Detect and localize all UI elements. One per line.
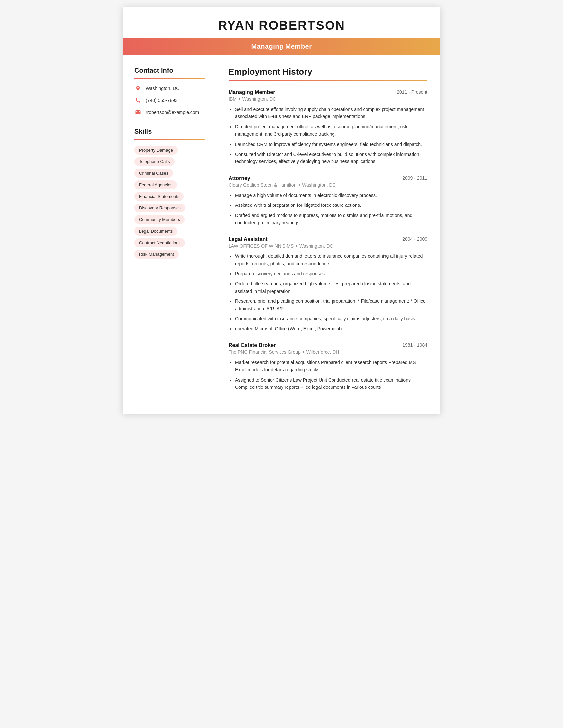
contact-location: Washington, DC	[134, 85, 205, 92]
job-bullet-1-0: Manage a high volume of documents in ele…	[235, 192, 427, 199]
job-header-3: Real Estate Broker1981 - 1984	[228, 342, 427, 348]
contact-phone-text: (740) 555-7893	[146, 98, 177, 103]
skills-divider	[134, 139, 205, 140]
job-entry-2: Legal Assistant2004 - 2009LAW OFFICES OF…	[228, 236, 427, 333]
contact-section-title: Contact Info	[134, 67, 205, 74]
skill-tag-2: Criminal Cases	[134, 169, 173, 178]
employment-section-title: Employment History	[228, 67, 427, 77]
skill-tag-3: Federal Agencies	[134, 180, 177, 189]
contact-phone: (740) 555-7893	[134, 97, 205, 104]
jobs-container: Managing Member2011 - PresentIBM•Washing…	[228, 89, 427, 391]
job-bullet-3-0: Market research for potential acquisitio…	[235, 359, 427, 374]
job-dates-3: 1981 - 1984	[402, 342, 427, 348]
contact-email: rrobertson@example.com	[134, 109, 205, 116]
job-bullet-2-2: Ordered title searches, organized high v…	[235, 280, 427, 295]
job-bullet-1-2: Drafted and argued motions to suppress, …	[235, 212, 427, 227]
job-bullets-0: Sell and execute efforts involving suppl…	[228, 106, 427, 165]
job-entry-0: Managing Member2011 - PresentIBM•Washing…	[228, 89, 427, 165]
phone-icon	[134, 97, 142, 104]
email-icon	[134, 109, 142, 116]
job-bullets-3: Market research for potential acquisitio…	[228, 359, 427, 391]
job-header-1: Attorney2009 - 2011	[228, 175, 427, 181]
header-name: RYAN ROBERTSON	[122, 7, 441, 38]
header-title: Managing Member	[251, 43, 312, 50]
skill-tag-4: Financial Statements	[134, 192, 184, 201]
job-bullet-2-5: operated Microsoft Office (Word, Excel, …	[235, 325, 427, 332]
job-company-1: Cleary Gottlieb Steen & Hamilton•Washing…	[228, 182, 427, 188]
skill-tag-1: Telephone Calls	[134, 157, 174, 166]
job-company-0: IBM•Washington, DC	[228, 96, 427, 102]
job-dates-1: 2009 - 2011	[402, 175, 427, 181]
location-icon	[134, 85, 142, 92]
main-content: Employment History Managing Member2011 -…	[215, 67, 441, 401]
contact-divider	[134, 78, 205, 79]
contact-location-text: Washington, DC	[146, 86, 179, 91]
job-bullets-1: Manage a high volume of documents in ele…	[228, 192, 427, 227]
job-bullets-2: Write thorough, detailed demand letters …	[228, 252, 427, 333]
job-bullet-0-0: Sell and execute efforts involving suppl…	[235, 106, 427, 120]
job-title-2: Legal Assistant	[228, 236, 267, 242]
skill-tags: Property DamageTelephone CallsCriminal C…	[134, 146, 205, 259]
skill-tag-5: Discovery Responses	[134, 204, 185, 212]
job-header-2: Legal Assistant2004 - 2009	[228, 236, 427, 242]
job-entry-1: Attorney2009 - 2011Cleary Gottlieb Steen…	[228, 175, 427, 227]
job-bullet-2-0: Write thorough, detailed demand letters …	[235, 252, 427, 267]
sidebar: Contact Info Washington, DC	[122, 67, 215, 401]
skill-tag-7: Legal Documents	[134, 227, 177, 236]
job-bullet-0-3: Consulted with Director and C-level exec…	[235, 151, 427, 165]
job-bullet-0-2: Launched CRM to improve efficiency for s…	[235, 141, 427, 148]
job-bullet-3-1: Assigned to Senior Citizens Law Project …	[235, 376, 427, 391]
resume-container: RYAN ROBERTSON Managing Member Contact I…	[122, 7, 441, 414]
skill-tag-0: Property Damage	[134, 146, 177, 155]
contact-email-text: rrobertson@example.com	[146, 110, 199, 115]
job-bullet-2-4: Communicated with insurance companies, s…	[235, 315, 427, 322]
job-entry-3: Real Estate Broker1981 - 1984The PNC Fin…	[228, 342, 427, 391]
skills-section: Skills Property DamageTelephone CallsCri…	[134, 128, 205, 259]
contact-section: Contact Info Washington, DC	[134, 67, 205, 116]
employment-divider	[228, 80, 427, 81]
job-bullet-0-1: Directed project management office, as w…	[235, 123, 427, 138]
job-company-2: LAW OFFICES OF WINN SIMS•Washington, DC	[228, 243, 427, 249]
job-title-0: Managing Member	[228, 89, 275, 95]
skill-tag-9: Risk Management	[134, 250, 178, 259]
body-layout: Contact Info Washington, DC	[122, 55, 441, 414]
job-header-0: Managing Member2011 - Present	[228, 89, 427, 95]
job-title-1: Attorney	[228, 175, 250, 181]
job-bullet-2-3: Research, brief and pleading composition…	[235, 297, 427, 312]
skills-section-title: Skills	[134, 128, 205, 135]
job-company-3: The PNC Financial Services Group•Wilberf…	[228, 349, 427, 355]
header-title-bar: Managing Member	[122, 38, 441, 55]
job-dates-2: 2004 - 2009	[402, 236, 427, 242]
job-bullet-2-1: Prepare discovery demands and responses.	[235, 270, 427, 277]
job-dates-0: 2011 - Present	[397, 89, 427, 95]
job-bullet-1-1: Assisted with trial preparation for liti…	[235, 202, 427, 209]
skill-tag-8: Contract Negotiations	[134, 238, 185, 247]
skill-tag-6: Community Members	[134, 215, 185, 224]
job-title-3: Real Estate Broker	[228, 342, 275, 348]
